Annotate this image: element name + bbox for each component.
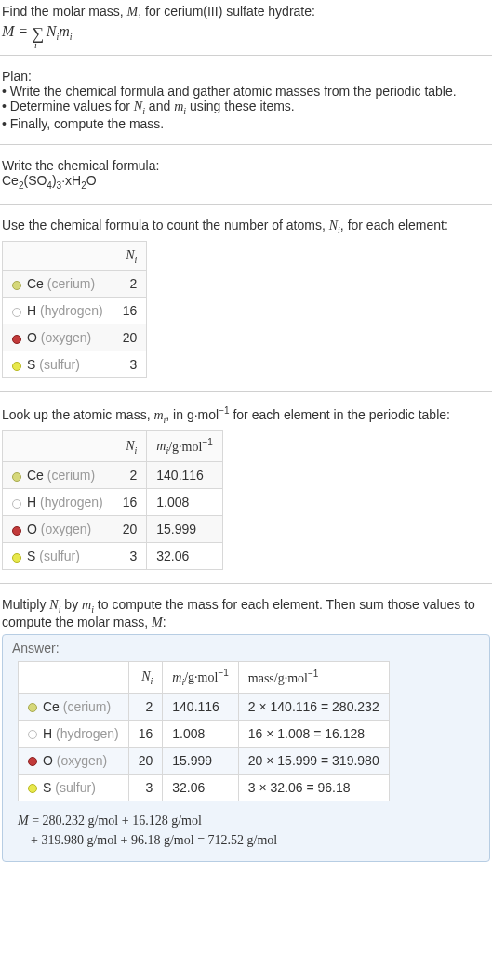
intro-text-b: , for cerium(III) sulfate hydrate: (138, 4, 315, 19)
multiply-lead: Multiply Ni by mi to compute the mass fo… (2, 597, 490, 630)
count-cell: 20 (113, 324, 147, 351)
element-cell: H (hydrogen) (3, 489, 113, 516)
var-M2: M (2, 23, 14, 39)
atom-dot-icon (12, 526, 21, 536)
table-row: S (sulfur) 3 32.06 (3, 543, 223, 570)
answer-label: Answer: (12, 641, 480, 656)
mi-cell: 15.999 (163, 747, 238, 774)
mi-cell: 32.06 (163, 774, 238, 801)
mi-var2: mi (174, 99, 186, 113)
atom-dot-icon (12, 335, 21, 344)
Ni-header: Ni (113, 241, 147, 271)
mass-cell: 140.116 (147, 462, 222, 489)
intro-section: Find the molar mass, M, for cerium(III) … (0, 0, 492, 46)
mi-cell: 1.008 (163, 720, 238, 747)
Ni-header: Ni (113, 430, 147, 461)
sigma-index: i (34, 40, 37, 50)
mass-cell: 3 × 32.06 = 96.18 (238, 774, 389, 801)
count-lead: Use the chemical formula to count the nu… (2, 218, 490, 235)
element-cell: S (sulfur) (3, 351, 113, 378)
count-cell: 2 (113, 462, 147, 489)
table-row: Ce (cerium) 2 (3, 271, 147, 298)
atom-dot-icon (12, 499, 21, 509)
table-row: S (sulfur) 3 32.06 3 × 32.06 = 96.18 (19, 774, 390, 801)
table-row: H (hydrogen) 16 (3, 298, 147, 324)
count-cell: 20 (113, 516, 147, 543)
table-header-row: Ni mi/g·mol−1 (3, 430, 223, 461)
divider (0, 583, 492, 584)
Ni-var3: Ni (329, 219, 340, 232)
Ni-var2: Ni (134, 99, 145, 113)
blank-header (3, 430, 113, 461)
atom-dot-icon (28, 703, 37, 712)
mass-cell: 20 × 15.999 = 319.980 (238, 747, 389, 774)
mi-header: mi/g·mol−1 (147, 430, 222, 461)
plan-heading: Plan: (2, 69, 490, 84)
count-cell: 2 (113, 271, 147, 298)
count-cell: 3 (113, 543, 147, 570)
Ni-var: Ni (47, 23, 59, 39)
divider (0, 55, 492, 56)
table-row: O (oxygen) 20 15.999 20 × 15.999 = 319.9… (19, 747, 390, 774)
intro-line: Find the molar mass, M, for cerium(III) … (2, 4, 490, 20)
element-cell: H (hydrogen) (3, 298, 113, 324)
mi-cell: 140.116 (163, 693, 238, 720)
chem-lead: Write the chemical formula: (2, 158, 490, 173)
mi-var3: mi (153, 408, 166, 422)
multiply-section: Multiply Ni by mi to compute the mass fo… (0, 593, 492, 865)
intro-text-a: Find the molar mass, (2, 4, 127, 19)
mass-header: mass/g·mol−1 (238, 662, 389, 693)
divider (0, 204, 492, 205)
answer-table: Ni mi/g·mol−1 mass/g·mol−1 Ce (cerium) 2… (18, 661, 390, 801)
count-cell: 20 (128, 747, 163, 774)
chem-formula: Ce2(SO4)3·xH2O (2, 173, 490, 191)
atom-dot-icon (12, 553, 21, 563)
table-row: Ce (cerium) 2 140.116 (3, 462, 223, 489)
answer-box: Answer: Ni mi/g·mol−1 mass/g·mol−1 Ce (c… (2, 634, 490, 861)
table-row: H (hydrogen) 16 1.008 16 × 1.008 = 16.12… (19, 720, 390, 747)
atom-dot-icon (28, 784, 37, 793)
blank-header (3, 241, 113, 271)
atom-count-table: Ni Ce (cerium) 2 H (hydrogen) 16 O (oxyg… (2, 241, 147, 379)
element-cell: Ce (cerium) (3, 462, 113, 489)
atomic-mass-section: Look up the atomic mass, mi, in g·mol−1 … (0, 402, 492, 574)
atom-dot-icon (12, 362, 21, 371)
count-cell: 16 (128, 720, 163, 747)
mass-cell: 16 × 1.008 = 16.128 (238, 720, 389, 747)
atom-dot-icon (12, 472, 21, 482)
Ni-header: Ni (128, 662, 163, 693)
var-M: M (127, 5, 139, 19)
atom-dot-icon (12, 308, 21, 317)
final-equation: M = 280.232 g/mol + 16.128 g/mol + 319.9… (18, 811, 480, 850)
mass-cell: 15.999 (147, 516, 222, 543)
atom-dot-icon (28, 757, 37, 766)
table-header-row: Ni (3, 241, 147, 271)
plan-bullet-2: • Determine values for Ni and mi using t… (2, 99, 490, 116)
table-row: O (oxygen) 20 15.999 (3, 516, 223, 543)
count-cell: 3 (113, 351, 147, 378)
table-row: O (oxygen) 20 (3, 324, 147, 351)
chem-formula-section: Write the chemical formula: Ce2(SO4)3·xH… (0, 154, 492, 194)
element-cell: Ce (cerium) (3, 271, 113, 298)
count-cell: 16 (113, 298, 147, 324)
atom-count-section: Use the chemical formula to count the nu… (0, 214, 492, 383)
equals: = (14, 23, 32, 39)
atom-dot-icon (12, 281, 21, 290)
lookup-lead: Look up the atomic mass, mi, in g·mol−1 … (2, 405, 490, 424)
plan-section: Plan: • Write the chemical formula and g… (0, 65, 492, 135)
mass-cell: 2 × 140.116 = 280.232 (238, 693, 389, 720)
table-row: H (hydrogen) 16 1.008 (3, 489, 223, 516)
count-cell: 2 (128, 693, 163, 720)
element-cell: Ce (cerium) (19, 693, 129, 720)
mi-var: mi (59, 23, 72, 39)
mi-header: mi/g·mol−1 (163, 662, 238, 693)
count-cell: 3 (128, 774, 163, 801)
mass-cell: 1.008 (147, 489, 222, 516)
atom-dot-icon (28, 730, 37, 739)
table-header-row: Ni mi/g·mol−1 mass/g·mol−1 (19, 662, 390, 693)
plan-bullet-1: • Write the chemical formula and gather … (2, 84, 490, 99)
element-cell: O (oxygen) (19, 747, 129, 774)
element-cell: S (sulfur) (19, 774, 129, 801)
divider (0, 144, 492, 145)
atomic-mass-table: Ni mi/g·mol−1 Ce (cerium) 2 140.116 H (h… (2, 430, 223, 570)
